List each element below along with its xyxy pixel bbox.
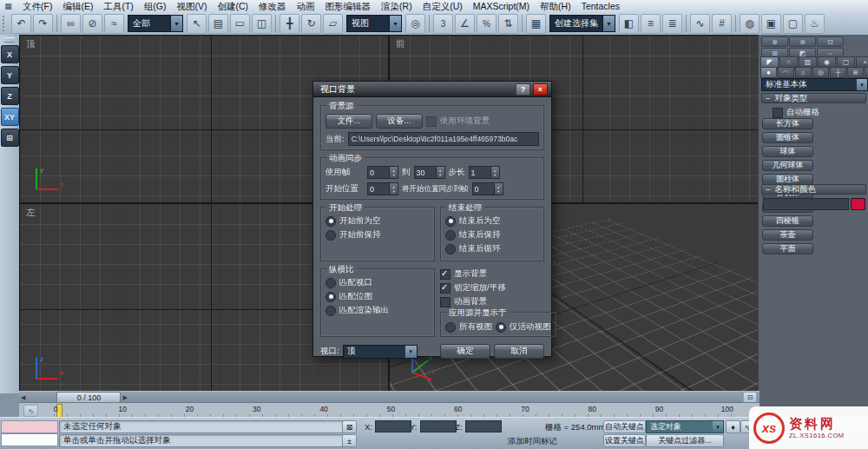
viewport-label-front[interactable]: 前 — [396, 38, 405, 50]
teapot-button[interactable]: 茶壶 — [762, 229, 813, 241]
percent-snap-icon[interactable]: % — [477, 14, 496, 34]
select-and-rotate-icon[interactable]: ↻ — [301, 14, 321, 34]
use-frame-spinner[interactable]: 0 ▴▾ — [367, 166, 398, 179]
spinner-arrows-icon[interactable]: ▴▾ — [389, 167, 398, 178]
cancel-button[interactable]: 取消 — [494, 344, 544, 359]
name-color-rollout[interactable]: − 名称和颜色 — [761, 184, 866, 195]
x-coordinate-field[interactable] — [375, 420, 411, 432]
match-bitmap-radio[interactable] — [326, 292, 336, 302]
select-and-move-icon[interactable]: ╋ — [279, 14, 299, 34]
app-icon[interactable]: ▦ — [3, 2, 14, 11]
menu-group[interactable]: 组(G) — [139, 1, 172, 12]
object-type-rollout[interactable]: − 对象类型 — [761, 93, 866, 103]
blank-before-start-radio[interactable] — [326, 216, 336, 227]
spinner-arrows-icon[interactable]: ▴▾ — [436, 167, 444, 178]
menu-customize[interactable]: 自定义(U) — [418, 1, 468, 12]
material-editor-icon[interactable]: ◍ — [740, 14, 760, 34]
menu-rendering[interactable]: 渲染(R) — [376, 1, 418, 12]
spinner-arrows-icon[interactable]: ▴▾ — [389, 183, 398, 195]
viewport-label-left[interactable]: 左 — [26, 207, 36, 219]
sync-start-spinner[interactable]: 0 ▴▾ — [472, 182, 503, 195]
cone-button[interactable]: 圆锥体 — [762, 132, 813, 143]
menu-animation[interactable]: 动画 — [292, 1, 320, 12]
category-systems-icon[interactable]: ⊚ — [865, 67, 868, 78]
render-production-icon[interactable]: ♨ — [805, 14, 825, 34]
key-filters-button[interactable]: 关键点过滤器... — [646, 434, 724, 447]
dialog-help-button[interactable]: ? — [516, 83, 530, 96]
spinner-arrows-icon[interactable]: ▴▾ — [490, 167, 499, 178]
file-button[interactable]: 文件... — [326, 114, 372, 129]
render-setup-icon[interactable]: ▣ — [761, 14, 781, 34]
auto-key-button[interactable]: 自动关键点 — [603, 420, 646, 433]
box-button[interactable]: 长方体 — [762, 118, 813, 129]
restrict-xy-plane-button[interactable]: XY — [1, 108, 19, 126]
primitive-category-dropdown[interactable]: 标准基本体 ▼ — [761, 78, 868, 91]
align-icon[interactable]: ≡ — [641, 14, 661, 34]
maxscript-mini-listener-macro[interactable] — [1, 420, 58, 433]
loop-after-end-radio[interactable] — [445, 244, 456, 254]
selection-lock-toggle[interactable]: ⊠ — [342, 420, 357, 433]
next-frame-arrow-icon[interactable]: ▶ — [122, 394, 127, 401]
animate-background-checkbox[interactable] — [440, 297, 450, 307]
toolbar-grip[interactable] — [3, 16, 8, 31]
zoom-all-icon[interactable]: ⊛ — [789, 36, 816, 47]
layer-manager-icon[interactable]: ≣ — [662, 14, 682, 34]
menu-views[interactable]: 视图(V) — [172, 1, 213, 12]
spinner-arrows-icon[interactable]: ▴▾ — [494, 183, 503, 195]
set-key-button[interactable]: 设置关键点 — [603, 434, 646, 447]
reference-coordinate-dropdown[interactable]: 视图 ▼ — [346, 15, 402, 32]
edit-named-selections-icon[interactable]: ▦ — [526, 14, 546, 34]
start-at-spinner[interactable]: 0 ▴▾ — [367, 182, 398, 195]
all-views-radio[interactable] — [445, 322, 456, 333]
menu-modifiers[interactable]: 修改器 — [253, 1, 292, 12]
redo-icon[interactable]: ↷ — [33, 14, 53, 34]
select-object-icon[interactable]: ↖ — [187, 14, 207, 34]
hold-before-start-radio[interactable] — [326, 230, 336, 241]
category-cameras-icon[interactable]: ◎ — [812, 67, 829, 78]
menu-create[interactable]: 创建(C) — [213, 1, 254, 12]
undo-icon[interactable]: ↶ — [11, 14, 31, 34]
blank-after-end-radio[interactable] — [445, 216, 456, 227]
set-keys-icon-button[interactable]: ♦ — [726, 420, 740, 433]
absolute-offset-toggle[interactable]: ± — [342, 434, 357, 447]
sphere-button[interactable]: 球体 — [762, 146, 813, 157]
named-selection-sets-dropdown[interactable]: 创建选择集 ▼ — [549, 15, 615, 32]
autogrid-checkbox[interactable] — [773, 108, 783, 118]
object-color-swatch[interactable] — [851, 198, 865, 210]
curve-editor-icon[interactable]: ∿ — [690, 14, 710, 34]
angle-snap-icon[interactable]: ∠ — [455, 14, 475, 34]
category-helpers-icon[interactable]: ┼ — [830, 67, 846, 78]
menu-file[interactable]: 文件(F) — [17, 1, 57, 12]
ok-button[interactable]: 确定 — [440, 344, 490, 359]
selection-region-icon[interactable]: ▭ — [230, 14, 250, 34]
select-by-name-icon[interactable]: ▤ — [208, 14, 228, 34]
use-center-icon[interactable]: ◎ — [405, 14, 425, 34]
match-viewport-radio[interactable] — [326, 278, 336, 288]
select-and-scale-icon[interactable]: ▱ — [323, 14, 343, 34]
add-time-tag[interactable]: 添加时间标记 — [508, 436, 557, 447]
pyramid-button[interactable]: 四棱锥 — [762, 215, 813, 227]
z-coordinate-field[interactable] — [465, 420, 502, 432]
category-geometry-icon[interactable]: ● — [760, 67, 777, 78]
category-shapes-icon[interactable]: ◠ — [778, 67, 794, 78]
devices-button[interactable]: 设备... — [376, 114, 423, 129]
zoom-extents-icon[interactable]: ⊡ — [817, 36, 844, 47]
unlink-selection-icon[interactable]: ⊘ — [82, 14, 102, 34]
zoom-icon[interactable]: ⊕ — [761, 36, 788, 47]
hold-after-end-radio[interactable] — [445, 230, 456, 241]
select-and-link-icon[interactable]: ∞ — [61, 14, 81, 34]
viewport-label-top[interactable]: 顶 — [26, 38, 36, 50]
menu-help[interactable]: 帮助(H) — [535, 1, 576, 12]
dialog-titlebar[interactable]: 视口背景 ? × — [313, 82, 551, 97]
menu-graph-editors[interactable]: 图形编辑器 — [320, 1, 377, 12]
menu-tentacles[interactable]: Tentacles — [576, 1, 625, 12]
key-mode-dropdown[interactable]: 选定对象 ▼ — [646, 420, 724, 433]
time-slider[interactable]: ◀ 0 / 100 ▶ ⊟ — [19, 391, 760, 403]
restrict-y-button[interactable]: Y — [1, 66, 19, 84]
active-only-radio[interactable] — [496, 322, 506, 333]
bind-to-space-warp-icon[interactable]: ≈ — [104, 14, 124, 34]
viewport-dropdown[interactable]: 顶 ▼ — [343, 345, 418, 359]
dialog-close-button[interactable]: × — [533, 83, 548, 96]
lock-zoom-pan-checkbox[interactable] — [440, 283, 450, 294]
plane-constraint-button[interactable]: ⊞ — [1, 129, 19, 147]
